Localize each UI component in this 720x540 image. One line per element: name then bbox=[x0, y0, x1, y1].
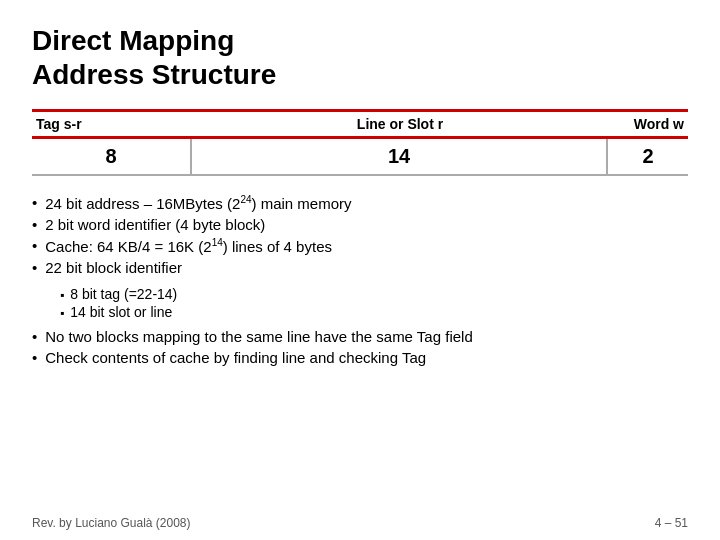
bullet-4: 22 bit block identifier bbox=[32, 259, 688, 276]
bullet-2: 2 bit word identifier (4 byte block) bbox=[32, 216, 688, 233]
bottom-bullet-list: No two blocks mapping to the same line h… bbox=[32, 328, 688, 366]
main-bullet-list: 24 bit address – 16MBytes (224) main mem… bbox=[32, 194, 688, 276]
slide-footer: Rev. by Luciano Gualà (2008) 4 – 51 bbox=[0, 516, 720, 530]
cell-line-value: 14 bbox=[192, 139, 608, 174]
sub-bullet-list: 8 bit tag (=22-14) 14 bit slot or line bbox=[60, 286, 688, 320]
col-header-tag: Tag s-r bbox=[32, 114, 192, 134]
cell-tag-value: 8 bbox=[32, 139, 192, 174]
bullet-1: 24 bit address – 16MBytes (224) main mem… bbox=[32, 194, 688, 212]
col-header-word: Word w bbox=[608, 114, 688, 134]
col-header-line: Line or Slot r bbox=[192, 114, 608, 134]
sub-bullet-1: 8 bit tag (=22-14) bbox=[60, 286, 688, 302]
bottom-bullet-2: Check contents of cache by finding line … bbox=[32, 349, 688, 366]
sub-bullet-2: 14 bit slot or line bbox=[60, 304, 688, 320]
slide-title: Direct Mapping Address Structure bbox=[32, 24, 688, 91]
cell-word-value: 2 bbox=[608, 139, 688, 174]
footer-credit: Rev. by Luciano Gualà (2008) bbox=[32, 516, 191, 530]
footer-page: 4 – 51 bbox=[655, 516, 688, 530]
address-table: Tag s-r Line or Slot r Word w 8 14 2 bbox=[32, 109, 688, 176]
bullet-3: Cache: 64 KB/4 = 16K (214) lines of 4 by… bbox=[32, 237, 688, 255]
bottom-bullet-1: No two blocks mapping to the same line h… bbox=[32, 328, 688, 345]
